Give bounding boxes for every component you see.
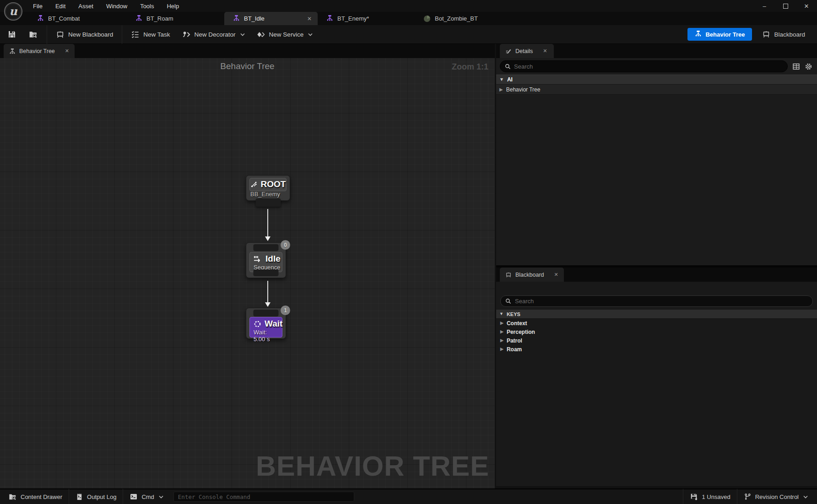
search-icon: [505, 64, 511, 70]
output-log-button[interactable]: Output Log: [69, 489, 123, 504]
blackboard-key-context[interactable]: ▶ Context: [496, 319, 817, 327]
title-bar: u File Edit Asset Window Tools Help – ✕: [0, 0, 817, 12]
node-title: Wait: [265, 319, 282, 329]
tab-bt-combat[interactable]: BT_Combat: [28, 12, 127, 25]
new-task-button[interactable]: New Task: [125, 25, 176, 43]
search-icon: [505, 298, 511, 304]
tab-label: BT_Combat: [48, 15, 80, 22]
checklist-icon: [131, 30, 140, 39]
browse-to-asset-button[interactable]: [22, 25, 44, 43]
search-input[interactable]: [514, 63, 783, 70]
save-button[interactable]: [0, 25, 22, 43]
details-search-field[interactable]: [500, 60, 788, 72]
search-input[interactable]: [515, 298, 808, 305]
asset-tab-bar: BT_Combat BT_Roam BT_Idle ✕ BT_Enemy*: [0, 12, 817, 25]
tab-bt-roam[interactable]: BT_Roam: [127, 12, 224, 25]
root-node[interactable]: ROOT BB_Enemy: [246, 175, 290, 201]
blackboard-search-field[interactable]: [500, 295, 813, 307]
window-controls: – ✕: [754, 0, 817, 12]
wait-task-node[interactable]: 1 Wait Wait: 5.00 s: [246, 308, 286, 339]
console-command-input[interactable]: [178, 493, 350, 500]
menu-window[interactable]: Window: [101, 0, 133, 12]
node-title: Idle: [265, 254, 281, 264]
blackboard-icon: [505, 272, 512, 278]
triangle-down-icon: ▼: [499, 312, 503, 316]
key-label: Context: [507, 320, 527, 327]
close-tab-icon[interactable]: ✕: [543, 48, 547, 54]
close-tab-icon[interactable]: ✕: [307, 16, 312, 22]
unsaved-assets-button[interactable]: 1 Unsaved: [683, 489, 736, 504]
content-drawer-button[interactable]: Content Drawer: [0, 489, 69, 504]
main-area: Behavior Tree ✕ Behavior Tree Zoom 1:1 B…: [0, 44, 817, 488]
service-diamond-icon: [257, 30, 265, 39]
button-label: New Service: [269, 31, 304, 38]
root-node-header: ROOT: [249, 178, 287, 191]
behavior-tree-mode-button[interactable]: Behavior Tree: [687, 28, 752, 41]
connection-wire: [267, 281, 268, 303]
revision-control-button[interactable]: Revision Control: [737, 489, 817, 504]
menu-edit[interactable]: Edit: [50, 0, 71, 12]
blackboard-key-perception[interactable]: ▶ Perception: [496, 327, 817, 336]
behavior-tree-icon: [9, 48, 16, 54]
tab-bt-idle-active[interactable]: BT_Idle ✕: [224, 12, 318, 25]
asset-circle-icon: [423, 15, 431, 22]
blackboard-key-roam[interactable]: ▶ Roam: [496, 345, 817, 354]
triangle-right-icon: ▶: [500, 330, 503, 334]
details-pencil-icon: [505, 48, 512, 54]
new-blackboard-button[interactable]: New Blackboard: [50, 25, 119, 43]
node-input-pin[interactable]: [254, 244, 279, 251]
statusbar-right: 1 Unsaved Revision Control: [683, 489, 817, 504]
graph-canvas[interactable]: Behavior Tree Zoom 1:1 BEHAVIOR TREE ROO…: [0, 58, 495, 488]
idle-sequence-node[interactable]: 0 Idle Sequence: [246, 242, 286, 278]
gear-icon[interactable]: [805, 63, 812, 70]
menu-tools[interactable]: Tools: [135, 0, 159, 12]
cmd-selector[interactable]: Cmd: [123, 489, 169, 504]
close-tab-icon[interactable]: ✕: [554, 272, 558, 278]
blackboard-mode-button[interactable]: Blackboard: [762, 30, 805, 38]
console-command-field[interactable]: [173, 492, 354, 502]
blackboard-key-patrol[interactable]: ▶ Patrol: [496, 336, 817, 345]
blackboard-tab-strip: Blackboard ✕: [496, 268, 817, 282]
tab-bt-enemy[interactable]: BT_Enemy*: [318, 12, 415, 25]
blackboard-keys-header[interactable]: ▼ KEYS: [496, 310, 817, 319]
node-subtitle: BB_Enemy: [250, 191, 280, 198]
chevron-down-icon: [159, 495, 163, 499]
details-row-behavior-tree[interactable]: ▶ Behavior Tree: [496, 85, 817, 95]
menu-file[interactable]: File: [27, 0, 48, 12]
new-service-button[interactable]: New Service: [251, 25, 319, 43]
right-dock-panel: Details ✕: [496, 44, 817, 486]
node-output-pin[interactable]: [254, 269, 279, 276]
behavior-tree-icon: [135, 15, 142, 23]
root-output-pin[interactable]: [255, 198, 281, 207]
graph-tab-behavior-tree[interactable]: Behavior Tree ✕: [4, 44, 75, 58]
sequence-icon: [254, 256, 262, 263]
minimize-button[interactable]: –: [754, 0, 775, 12]
editor-mode-buttons: Behavior Tree Blackboard: [687, 28, 805, 41]
close-tab-icon[interactable]: ✕: [65, 48, 69, 54]
details-category-ai[interactable]: ▼ AI: [496, 75, 817, 85]
blackboard-tab[interactable]: Blackboard ✕: [500, 268, 564, 282]
chevron-down-icon: [803, 495, 808, 499]
triangle-down-icon: ▼: [499, 77, 504, 82]
button-label: Blackboard: [774, 31, 805, 38]
triangle-right-icon: ▶: [500, 338, 503, 343]
decorator-icon: [182, 30, 191, 39]
triangle-right-icon: ▶: [500, 347, 503, 351]
chevron-down-icon: [240, 33, 245, 36]
maximize-button[interactable]: [775, 0, 796, 12]
button-label: Revision Control: [755, 493, 799, 500]
details-tab[interactable]: Details ✕: [500, 44, 554, 58]
close-button[interactable]: ✕: [796, 0, 817, 12]
menu-help[interactable]: Help: [161, 0, 184, 12]
menu-bar: File Edit Asset Window Tools Help: [27, 0, 184, 12]
tab-bot-zombie-bt[interactable]: Bot_Zombie_BT: [415, 12, 502, 25]
menu-asset[interactable]: Asset: [73, 0, 99, 12]
unreal-engine-logo-icon[interactable]: u: [4, 2, 23, 21]
display-filter-grid-icon[interactable]: [792, 63, 800, 70]
node-input-pin[interactable]: [254, 310, 279, 316]
row-label: Behavior Tree: [506, 86, 541, 93]
new-decorator-button[interactable]: New Decorator: [176, 25, 251, 43]
save-icon: [7, 30, 16, 39]
details-tab-strip: Details ✕: [496, 44, 817, 58]
blackboard-icon: [762, 30, 770, 38]
